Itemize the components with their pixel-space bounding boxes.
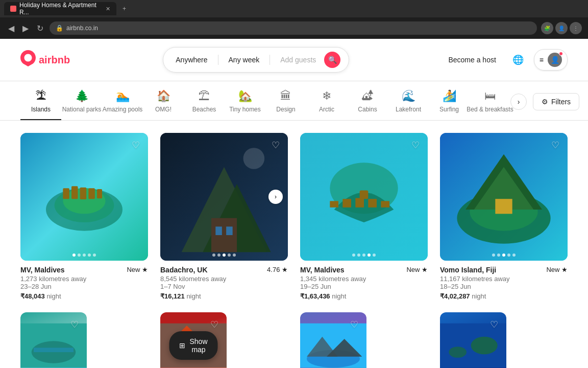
profile-icon[interactable]: 👤: [555, 22, 568, 34]
property-card-p1[interactable]: ♡ MV, Maldives New ★ 1,273 kilometres aw…: [20, 133, 148, 300]
category-arctic[interactable]: ❄ Arctic: [306, 89, 347, 120]
browser-nav-right: 🧩 👤 ⋮: [541, 22, 582, 34]
svg-rect-32: [34, 348, 74, 352]
airbnb-logo[interactable]: airbnb: [20, 50, 70, 70]
svg-rect-29: [495, 199, 512, 214]
property-card-p3[interactable]: ♡ MV, Maldives New ★ 1,345 kilometres aw…: [300, 133, 428, 300]
property-location-p1: MV, Maldives: [20, 266, 65, 274]
wishlist-button-p5[interactable]: ♡: [67, 317, 82, 332]
category-amazing-pools[interactable]: 🏊 Amazing pools: [102, 89, 143, 120]
logo-icon: [20, 50, 36, 70]
settings-icon[interactable]: ⋮: [570, 22, 582, 34]
avatar-icon: 👤: [551, 56, 559, 64]
browser-tab-bar: Holiday Homes & Apartment R... ✕ +: [0, 0, 588, 17]
active-tab[interactable]: Holiday Homes & Apartment R... ✕: [4, 2, 116, 15]
property-card-p2[interactable]: ♡ › Badachro, UK 4.76 ★ 8,545 kilometres…: [160, 133, 288, 300]
dot-5: [233, 254, 236, 257]
reload-button[interactable]: ↻: [35, 21, 45, 35]
property-title-row-p4: Vomo Island, Fiji New ★: [440, 266, 568, 274]
property-image-p8: ♡: [440, 312, 506, 368]
category-cabins[interactable]: 🏕 Cabins: [347, 89, 388, 120]
wishlist-button-p2[interactable]: ♡: [268, 138, 283, 152]
dot-3: [502, 254, 505, 257]
tab-title: Holiday Homes & Apartment R...: [19, 2, 103, 16]
category-navigation: 🏝 Islands 🌲 National parks 🏊 Amazing poo…: [0, 81, 588, 121]
price-amount-p2: ₹16,121: [160, 292, 185, 300]
price-amount-p4: ₹4,02,287: [440, 292, 470, 300]
category-islands[interactable]: 🏝 Islands: [20, 89, 61, 120]
property-card-p6[interactable]: ♡ ⊞ Show map: [160, 312, 288, 368]
category-nav-next[interactable]: ›: [510, 94, 527, 110]
dot-2: [78, 254, 81, 257]
property-image-p1: ♡: [20, 133, 148, 261]
category-bed-breakfasts[interactable]: 🛏 Bed & breakfasts: [470, 89, 510, 120]
main-search-bar[interactable]: Anywhere Any week Add guests 🔍: [163, 47, 349, 73]
svg-rect-13: [215, 226, 222, 235]
category-omg[interactable]: 🏠 OMG!: [143, 89, 184, 120]
category-beaches[interactable]: ⛱ Beaches: [184, 89, 225, 120]
carousel-dots-p1: [72, 254, 96, 257]
svg-rect-14: [226, 226, 233, 235]
svg-point-42: [471, 337, 498, 355]
property-dates-p3: 19–25 Jun: [300, 283, 428, 290]
property-card-p4[interactable]: ♡ Vomo Island, Fiji New ★ 11,167 kilomet…: [440, 133, 568, 300]
price-unit-p3: night: [332, 292, 346, 300]
language-selector[interactable]: 🌐: [508, 50, 528, 70]
islands-icon: 🏝: [35, 89, 46, 103]
category-amazing-pools-label: Amazing pools: [103, 106, 143, 113]
category-lakefront-label: Lakefront: [396, 106, 421, 113]
new-tab-button[interactable]: +: [116, 2, 132, 15]
wishlist-button-p7[interactable]: ♡: [347, 317, 361, 332]
property-image-p5: ♡: [20, 312, 87, 368]
property-card-p5[interactable]: ♡: [20, 312, 148, 368]
svg-point-43: [449, 347, 467, 358]
carousel-dots-p2: [212, 254, 236, 257]
price-amount-p1: ₹48,043: [20, 292, 45, 300]
svg-rect-8: [97, 189, 102, 198]
tab-close[interactable]: ✕: [106, 6, 110, 12]
category-national-parks[interactable]: 🌲 National parks: [61, 89, 102, 120]
user-menu[interactable]: ≡ 👤: [534, 49, 568, 71]
extensions-icon[interactable]: 🧩: [541, 22, 553, 34]
design-icon: 🏛: [280, 89, 291, 103]
property-card-p8[interactable]: ♡: [440, 312, 568, 368]
back-button[interactable]: ◀: [6, 21, 16, 35]
category-surfing[interactable]: 🏄 Surfing: [429, 89, 470, 120]
address-bar[interactable]: 🔒 airbnb.co.in: [50, 21, 537, 35]
category-tiny-homes[interactable]: 🏡 Tiny homes: [225, 89, 265, 120]
property-title-row-p1: MV, Maldives New ★: [20, 266, 148, 274]
site-header: airbnb Anywhere Any week Add guests 🔍 Be…: [0, 39, 588, 81]
svg-rect-12: [211, 218, 237, 252]
property-distance-p2: 8,545 kilometres away: [160, 275, 288, 283]
show-map-button[interactable]: ⊞ Show map: [169, 331, 217, 360]
bed-breakfasts-icon: 🛏: [484, 89, 496, 103]
category-design[interactable]: 🏛 Design: [265, 89, 306, 120]
dot-2: [497, 254, 500, 257]
search-button[interactable]: 🔍: [324, 52, 340, 68]
price-unit-p4: night: [472, 292, 486, 300]
property-price-p2: ₹16,121 night: [160, 292, 288, 300]
become-host-link[interactable]: Become a host: [442, 52, 502, 68]
property-title-row-p3: MV, Maldives New ★: [300, 266, 428, 274]
property-image-p4: ♡: [440, 133, 568, 261]
price-unit-p1: night: [46, 292, 61, 300]
property-info-p2: Badachro, UK 4.76 ★ 8,545 kilometres awa…: [160, 261, 288, 300]
wishlist-button-p4[interactable]: ♡: [548, 138, 562, 152]
category-tiny-homes-label: Tiny homes: [229, 106, 261, 113]
svg-rect-23: [360, 191, 369, 199]
dot-1: [492, 254, 495, 257]
wishlist-button-p6[interactable]: ♡: [207, 317, 222, 332]
property-rating-p1: New ★: [127, 266, 148, 273]
filters-button[interactable]: ⚙ Filters: [533, 93, 579, 110]
carousel-next-p2[interactable]: ›: [268, 190, 283, 204]
property-info-p3: MV, Maldives New ★ 1,345 kilometres away…: [300, 261, 428, 300]
wishlist-button-p3[interactable]: ♡: [408, 138, 423, 152]
logo-text: airbnb: [39, 54, 70, 66]
property-distance-p4: 11,167 kilometres away: [440, 275, 568, 283]
url-text: airbnb.co.in: [66, 25, 98, 32]
category-lakefront[interactable]: 🌊 Lakefront: [388, 89, 429, 120]
wishlist-button-p8[interactable]: ♡: [487, 317, 501, 332]
wishlist-button-p1[interactable]: ♡: [129, 138, 143, 152]
forward-button[interactable]: ▶: [20, 21, 31, 35]
property-card-p7[interactable]: ♡: [300, 312, 428, 368]
